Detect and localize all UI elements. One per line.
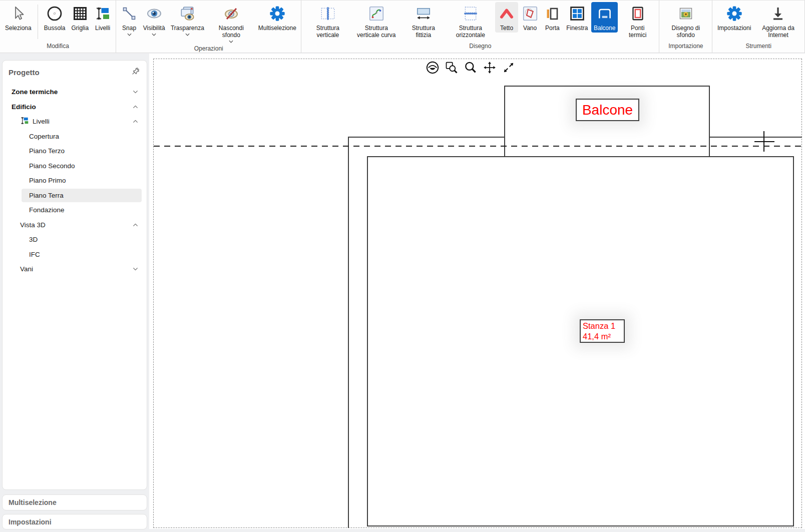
pin-icon[interactable] [131,66,141,78]
tree-item-3d[interactable]: 3D [3,232,147,247]
eye-icon-wrap [145,5,163,25]
drawing-canvas[interactable]: Balcone Stanza 1 41,4 m² [149,54,805,529]
tree-item-label: Piano Terra [29,192,64,199]
chevron-down-icon[interactable] [185,32,190,36]
ribbon-button-trasparenza[interactable]: Trasparenza [168,2,206,37]
canvas-tool-fit-screen[interactable] [502,62,516,76]
tree-item-fondazione[interactable]: Fondazione [3,203,147,218]
levels-icon [20,116,29,127]
project-tree: Zone termicheEdificioLivelliCoperturaPia… [3,85,147,277]
tree-item-copertura[interactable]: Copertura [3,129,147,144]
ribbon-button-struttura-orizzontale[interactable]: Struttura orizzontale [447,2,494,40]
ribbon-button-visibilita[interactable]: Visibilità [141,2,167,37]
gear-icon [268,5,286,25]
wall-horizontal-icon [462,5,479,24]
ribbon-button-label: Struttura verticale [306,25,349,39]
gear-icon-wrap [725,5,743,25]
room-icon-wrap [522,5,539,25]
ribbon-group-disegno: Struttura verticaleStruttura verticale c… [301,1,659,53]
ribbon-button-disegno-di-sfondo[interactable]: Disegno di sfondo [662,2,709,40]
ribbon-toolbar: SelezionaBussolaGrigliaLivelliModificaSn… [0,0,805,53]
ribbon-button-tetto[interactable]: Tetto [495,2,518,33]
ribbon-button-aggiorna-da-internet[interactable]: Aggiorna da Internet [754,2,802,40]
ribbon-button-ponti-termici[interactable]: Ponti termici [619,2,656,40]
tree-item-vista-3d[interactable]: Vista 3D [3,218,147,233]
balcony-label[interactable]: Balcone [576,99,639,121]
tree-item-label: Livelli [20,116,50,127]
chevron-up-icon[interactable] [132,118,139,126]
ribbon-button-livelli[interactable]: Livelli [92,2,113,33]
wall-curved-icon [368,5,385,24]
wall-dummy-icon-wrap [415,5,432,25]
compass-icon-wrap [46,5,63,25]
multiselection-panel[interactable]: Multiselezione [2,494,147,510]
canvas-tool-eye-circle[interactable] [426,62,440,76]
tree-item-label: Edificio [12,103,36,111]
tree-item-vani[interactable]: Vani [3,262,147,277]
tree-item-ifc[interactable]: IFC [3,247,147,262]
wall-curved-icon-wrap [368,5,385,25]
tree-item-edificio[interactable]: Edificio [3,100,147,115]
canvas-tool-zoom-selection[interactable] [445,62,459,76]
ribbon-button-label: Visibilità [143,25,165,32]
ribbon-button-finestra[interactable]: Finestra [564,2,590,33]
ribbon-button-balcone[interactable]: Balcone [591,2,618,33]
chevron-down-icon[interactable] [132,266,139,274]
tree-item-label: Piano Terzo [29,147,65,155]
ribbon-group-importazione: Disegno di sfondoImportazione [659,1,712,53]
download-icon [770,6,786,24]
chevron-down-icon[interactable] [127,32,132,36]
ribbon-button-label: Aggiorna da Internet [757,25,799,39]
ribbon-button-label: Bussola [44,25,66,32]
project-panel-title: Progetto [9,68,40,77]
ribbon-button-struttura-verticale-curva[interactable]: Struttura verticale curva [352,2,400,40]
ribbon-button-porta[interactable]: Porta [542,2,563,33]
transparency-icon [178,5,196,24]
tree-item-livelli[interactable]: Livelli [3,114,147,129]
tree-item-piano-secondo[interactable]: Piano Secondo [3,159,147,174]
outer-wall-top-right-segment[interactable] [710,137,802,138]
ribbon-group-label: Modifica [2,42,114,53]
zoom-selection-icon [445,61,459,77]
settings-panel-title: Impostazioni [3,514,147,529]
ribbon-button-seleziona[interactable]: Seleziona [3,2,34,33]
eye-icon [145,6,163,24]
outer-wall-top-left-segment[interactable] [348,137,504,138]
tree-item-piano-terzo[interactable]: Piano Terzo [3,144,147,159]
ribbon-button-label: Livelli [95,25,110,32]
canvas-tool-pan[interactable] [483,62,497,76]
ribbon-button-multiselezione[interactable]: Multiselezione [256,2,298,33]
tree-item-label: Vista 3D [20,221,46,229]
canvas-tool-zoom[interactable] [464,62,478,76]
outer-wall-left[interactable] [348,137,349,528]
ribbon-button-bussola[interactable]: Bussola [42,2,68,33]
wall-vertical-icon [319,5,336,24]
ribbon-button-vano[interactable]: Vano [519,2,541,33]
roof-icon [498,5,516,24]
tree-item-label: 3D [29,236,38,243]
ribbon-button-impostazioni[interactable]: Impostazioni [715,2,753,33]
gear-icon [725,5,743,25]
ribbon-button-nascondi-sfondo[interactable]: Nascondi sfondo [207,2,255,44]
tree-item-label: Zone termiche [12,88,58,96]
chevron-down-icon[interactable] [229,39,233,43]
tree-item-piano-terra[interactable]: Piano Terra [3,188,147,203]
room-label[interactable]: Stanza 1 41,4 m² [580,319,625,343]
ribbon-button-griglia[interactable]: Griglia [69,2,91,33]
ribbon-button-label: Disegno di sfondo [664,25,707,39]
ribbon-button-snap[interactable]: Snap [119,2,140,37]
tree-item-zone-termiche[interactable]: Zone termiche [3,85,147,100]
fit-screen-icon [502,61,516,77]
pan-icon [483,61,497,77]
ribbon-button-struttura-verticale[interactable]: Struttura verticale [304,2,351,40]
chevron-up-icon[interactable] [132,104,139,112]
window-icon [569,5,586,24]
chevron-down-icon[interactable] [132,89,139,97]
tree-item-piano-primo[interactable]: Piano Primo [3,173,147,188]
ribbon-button-struttura-fittizia[interactable]: Struttura fittizia [401,2,446,40]
room-label-text: Stanza 1 41,4 m² [583,321,615,342]
chevron-down-icon[interactable] [152,32,156,36]
settings-panel[interactable]: Impostazioni [2,514,147,529]
tree-item-label: Copertura [29,133,59,140]
chevron-up-icon[interactable] [132,222,139,230]
